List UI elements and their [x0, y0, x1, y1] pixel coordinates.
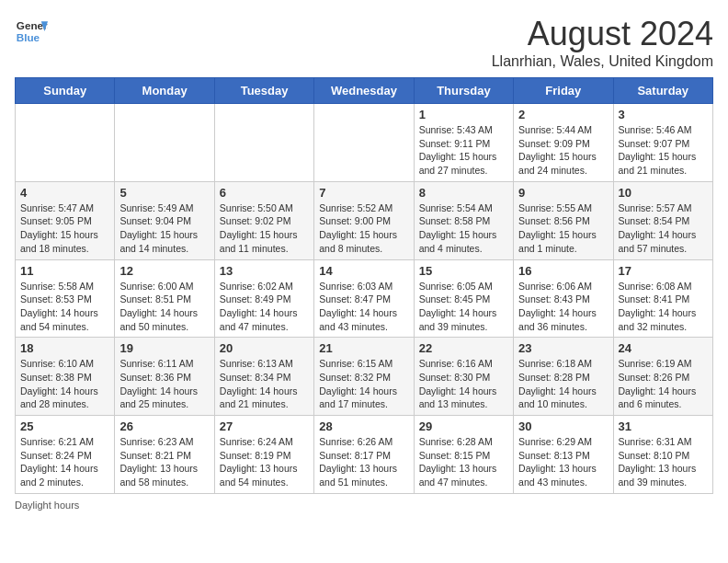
footer-note: Daylight hours: [15, 500, 713, 511]
day-number: 19: [119, 341, 209, 355]
day-info: Sunrise: 5:55 AM Sunset: 8:56 PM Dayligh…: [518, 201, 608, 256]
day-number: 26: [119, 419, 209, 433]
day-number: 24: [619, 341, 708, 355]
day-number: 12: [119, 264, 209, 278]
day-info: Sunrise: 6:21 AM Sunset: 8:24 PM Dayligh…: [20, 435, 109, 489]
day-info: Sunrise: 5:49 AM Sunset: 9:04 PM Dayligh…: [119, 201, 209, 256]
day-info: Sunrise: 6:05 AM Sunset: 8:45 PM Dayligh…: [419, 280, 508, 334]
calendar-day-cell: 15Sunrise: 6:05 AM Sunset: 8:45 PM Dayli…: [414, 259, 513, 338]
calendar-day-cell: 21Sunrise: 6:15 AM Sunset: 8:32 PM Dayli…: [314, 338, 414, 416]
calendar-day-cell: [16, 104, 115, 182]
day-info: Sunrise: 6:06 AM Sunset: 8:43 PM Dayligh…: [518, 280, 608, 334]
day-number: 9: [518, 186, 608, 200]
calendar-week-row: 1Sunrise: 5:43 AM Sunset: 9:11 PM Daylig…: [16, 104, 713, 182]
day-number: 7: [319, 186, 408, 200]
day-info: Sunrise: 5:44 AM Sunset: 9:09 PM Dayligh…: [518, 123, 608, 178]
day-number: 11: [20, 264, 109, 278]
calendar-day-cell: 8Sunrise: 5:54 AM Sunset: 8:58 PM Daylig…: [414, 181, 513, 259]
day-number: 16: [518, 264, 608, 278]
day-number: 1: [419, 108, 508, 121]
day-info: Sunrise: 5:50 AM Sunset: 9:02 PM Dayligh…: [220, 201, 309, 256]
day-info: Sunrise: 6:19 AM Sunset: 8:26 PM Dayligh…: [619, 357, 708, 411]
calendar-day-cell: 7Sunrise: 5:52 AM Sunset: 9:00 PM Daylig…: [314, 181, 414, 259]
days-of-week-row: SundayMondayTuesdayWednesdayThursdayFrid…: [16, 78, 713, 104]
day-info: Sunrise: 6:11 AM Sunset: 8:36 PM Dayligh…: [119, 357, 209, 411]
day-number: 4: [20, 186, 109, 200]
calendar-day-cell: 26Sunrise: 6:23 AM Sunset: 8:21 PM Dayli…: [115, 416, 214, 494]
day-number: 23: [518, 341, 608, 355]
day-of-week-header: Tuesday: [214, 78, 313, 104]
calendar-day-cell: 14Sunrise: 6:03 AM Sunset: 8:47 PM Dayli…: [314, 259, 414, 338]
day-number: 20: [220, 341, 309, 355]
day-info: Sunrise: 5:52 AM Sunset: 9:00 PM Dayligh…: [319, 201, 408, 256]
day-number: 27: [220, 419, 309, 433]
calendar-day-cell: [214, 104, 313, 182]
day-number: 29: [419, 419, 508, 433]
subtitle: Llanrhian, Wales, United Kingdom: [492, 53, 713, 70]
day-info: Sunrise: 5:43 AM Sunset: 9:11 PM Dayligh…: [419, 123, 508, 178]
calendar-day-cell: 28Sunrise: 6:26 AM Sunset: 8:17 PM Dayli…: [314, 416, 414, 494]
main-title: August 2024: [492, 15, 713, 53]
calendar-day-cell: 19Sunrise: 6:11 AM Sunset: 8:36 PM Dayli…: [115, 338, 214, 416]
calendar-table: SundayMondayTuesdayWednesdayThursdayFrid…: [15, 77, 713, 494]
day-number: 22: [419, 341, 508, 355]
day-of-week-header: Sunday: [16, 78, 115, 104]
day-info: Sunrise: 5:46 AM Sunset: 9:07 PM Dayligh…: [619, 123, 708, 178]
calendar-day-cell: 16Sunrise: 6:06 AM Sunset: 8:43 PM Dayli…: [514, 259, 613, 338]
day-number: 17: [619, 264, 708, 278]
logo: General Blue: [15, 15, 48, 48]
day-number: 31: [619, 419, 708, 433]
calendar-day-cell: 3Sunrise: 5:46 AM Sunset: 9:07 PM Daylig…: [613, 104, 712, 182]
day-of-week-header: Monday: [115, 78, 214, 104]
day-number: 5: [119, 186, 209, 200]
calendar-day-cell: 11Sunrise: 5:58 AM Sunset: 8:53 PM Dayli…: [16, 259, 115, 338]
day-info: Sunrise: 6:26 AM Sunset: 8:17 PM Dayligh…: [319, 435, 408, 489]
day-info: Sunrise: 5:47 AM Sunset: 9:05 PM Dayligh…: [20, 201, 109, 256]
page-header: General Blue August 2024 Llanrhian, Wale…: [15, 15, 713, 70]
calendar-week-row: 18Sunrise: 6:10 AM Sunset: 8:38 PM Dayli…: [16, 338, 713, 416]
calendar-day-cell: [115, 104, 214, 182]
calendar-day-cell: 2Sunrise: 5:44 AM Sunset: 9:09 PM Daylig…: [514, 104, 613, 182]
calendar-day-cell: [314, 104, 414, 182]
day-number: 28: [319, 419, 408, 433]
calendar-day-cell: 9Sunrise: 5:55 AM Sunset: 8:56 PM Daylig…: [514, 181, 613, 259]
logo-icon: General Blue: [15, 15, 48, 48]
calendar-day-cell: 20Sunrise: 6:13 AM Sunset: 8:34 PM Dayli…: [214, 338, 313, 416]
day-of-week-header: Wednesday: [314, 78, 414, 104]
calendar-day-cell: 1Sunrise: 5:43 AM Sunset: 9:11 PM Daylig…: [414, 104, 513, 182]
day-info: Sunrise: 6:03 AM Sunset: 8:47 PM Dayligh…: [319, 280, 408, 334]
calendar-week-row: 25Sunrise: 6:21 AM Sunset: 8:24 PM Dayli…: [16, 416, 713, 494]
day-number: 8: [419, 186, 508, 200]
calendar-day-cell: 17Sunrise: 6:08 AM Sunset: 8:41 PM Dayli…: [613, 259, 712, 338]
day-info: Sunrise: 6:28 AM Sunset: 8:15 PM Dayligh…: [419, 435, 508, 489]
day-number: 2: [518, 108, 608, 121]
calendar-day-cell: 27Sunrise: 6:24 AM Sunset: 8:19 PM Dayli…: [214, 416, 313, 494]
day-info: Sunrise: 5:54 AM Sunset: 8:58 PM Dayligh…: [419, 201, 508, 256]
day-number: 30: [518, 419, 608, 433]
title-block: August 2024 Llanrhian, Wales, United Kin…: [492, 15, 713, 70]
calendar-day-cell: 18Sunrise: 6:10 AM Sunset: 8:38 PM Dayli…: [16, 338, 115, 416]
day-number: 25: [20, 419, 109, 433]
calendar-day-cell: 23Sunrise: 6:18 AM Sunset: 8:28 PM Dayli…: [514, 338, 613, 416]
day-number: 3: [619, 108, 708, 121]
calendar-day-cell: 12Sunrise: 6:00 AM Sunset: 8:51 PM Dayli…: [115, 259, 214, 338]
day-info: Sunrise: 6:00 AM Sunset: 8:51 PM Dayligh…: [119, 280, 209, 334]
day-info: Sunrise: 6:24 AM Sunset: 8:19 PM Dayligh…: [220, 435, 309, 489]
calendar-day-cell: 22Sunrise: 6:16 AM Sunset: 8:30 PM Dayli…: [414, 338, 513, 416]
day-info: Sunrise: 6:02 AM Sunset: 8:49 PM Dayligh…: [220, 280, 309, 334]
day-of-week-header: Thursday: [414, 78, 513, 104]
day-info: Sunrise: 6:10 AM Sunset: 8:38 PM Dayligh…: [20, 357, 109, 411]
day-number: 18: [20, 341, 109, 355]
day-info: Sunrise: 6:18 AM Sunset: 8:28 PM Dayligh…: [518, 357, 608, 411]
day-number: 21: [319, 341, 408, 355]
day-info: Sunrise: 5:58 AM Sunset: 8:53 PM Dayligh…: [20, 280, 109, 334]
day-number: 13: [220, 264, 309, 278]
calendar-day-cell: 25Sunrise: 6:21 AM Sunset: 8:24 PM Dayli…: [16, 416, 115, 494]
calendar-day-cell: 30Sunrise: 6:29 AM Sunset: 8:13 PM Dayli…: [514, 416, 613, 494]
day-number: 14: [319, 264, 408, 278]
day-of-week-header: Saturday: [613, 78, 712, 104]
calendar-week-row: 11Sunrise: 5:58 AM Sunset: 8:53 PM Dayli…: [16, 259, 713, 338]
day-number: 6: [220, 186, 309, 200]
day-number: 15: [419, 264, 508, 278]
calendar-day-cell: 10Sunrise: 5:57 AM Sunset: 8:54 PM Dayli…: [613, 181, 712, 259]
